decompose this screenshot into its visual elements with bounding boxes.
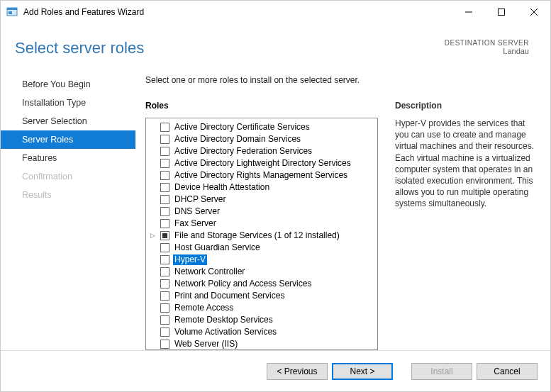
role-checkbox[interactable] <box>160 195 169 204</box>
svg-rect-2 <box>9 11 12 14</box>
wizard-body: Before You BeginInstallation TypeServer … <box>1 65 550 350</box>
role-checkbox[interactable] <box>160 279 169 289</box>
role-label: Device Health Attestation <box>173 182 271 193</box>
maximize-button[interactable] <box>485 1 518 23</box>
role-checkbox[interactable] <box>160 183 169 192</box>
role-checkbox[interactable] <box>160 315 169 325</box>
role-item[interactable]: Web Server (IIS) <box>148 338 376 349</box>
role-item[interactable]: Active Directory Federation Services <box>148 145 376 157</box>
titlebar: Add Roles and Features Wizard <box>1 1 550 23</box>
role-label: Volume Activation Services <box>173 327 278 337</box>
role-item[interactable]: ▷File and Storage Services (1 of 12 inst… <box>148 230 376 242</box>
role-label: Hyper-V <box>173 254 207 265</box>
role-item[interactable]: Remote Desktop Services <box>148 314 376 326</box>
role-item[interactable]: Active Directory Certificate Services <box>148 121 376 133</box>
role-item[interactable]: Hyper-V <box>148 254 376 266</box>
nav-item[interactable]: Installation Type <box>1 94 135 112</box>
role-checkbox[interactable] <box>160 159 169 168</box>
nav-item[interactable]: Features <box>1 149 135 167</box>
roles-column: Roles Active Directory Certificate Servi… <box>145 101 378 350</box>
cancel-button[interactable]: Cancel <box>477 363 538 380</box>
close-button[interactable] <box>518 1 550 23</box>
role-item[interactable]: Network Policy and Access Services <box>148 278 376 290</box>
roles-list[interactable]: Active Directory Certificate ServicesAct… <box>146 118 377 349</box>
role-item[interactable]: Fax Server <box>148 218 376 230</box>
nav-item[interactable]: Server Selection <box>1 112 135 130</box>
role-checkbox[interactable] <box>160 243 169 252</box>
role-checkbox[interactable] <box>160 303 169 313</box>
destination-info: DESTINATION SERVER Landau <box>445 39 529 55</box>
role-label: Print and Document Services <box>173 291 286 301</box>
role-label: Network Policy and Access Services <box>173 279 313 289</box>
role-item[interactable]: Print and Document Services <box>148 290 376 302</box>
role-item[interactable]: Active Directory Lightweight Directory S… <box>148 157 376 169</box>
main-content: Select one or more roles to install on t… <box>135 75 550 350</box>
wizard-footer: < Previous Next > Install Cancel <box>1 350 550 391</box>
role-label: Fax Server <box>173 218 218 229</box>
role-label: Remote Desktop Services <box>173 315 274 325</box>
role-label: Active Directory Lightweight Directory S… <box>173 158 352 169</box>
role-label: Active Directory Domain Services <box>173 134 302 145</box>
role-item[interactable]: DHCP Server <box>148 194 376 206</box>
description-text: Hyper-V provides the services that you c… <box>395 118 538 210</box>
nav-item: Confirmation <box>1 167 135 186</box>
content-columns: Roles Active Directory Certificate Servi… <box>145 101 538 350</box>
role-checkbox[interactable] <box>160 291 169 301</box>
role-checkbox[interactable] <box>160 123 169 132</box>
description-column: Description Hyper-V provides the service… <box>395 101 538 350</box>
role-item[interactable]: Remote Access <box>148 302 376 314</box>
role-label: File and Storage Services (1 of 12 insta… <box>173 230 341 241</box>
role-item[interactable]: Volume Activation Services <box>148 326 376 338</box>
role-item[interactable]: Host Guardian Service <box>148 242 376 254</box>
next-button[interactable]: Next > <box>332 363 393 380</box>
role-checkbox[interactable] <box>160 147 169 156</box>
role-label: DHCP Server <box>173 194 227 205</box>
role-checkbox[interactable] <box>160 171 169 180</box>
role-label: Active Directory Federation Services <box>173 146 313 157</box>
roles-listbox: Active Directory Certificate ServicesAct… <box>145 118 378 350</box>
destination-name: Landau <box>445 47 529 55</box>
role-label: Active Directory Certificate Services <box>173 122 311 133</box>
nav-item[interactable]: Before You Begin <box>1 75 135 94</box>
nav-item: Results <box>1 186 135 204</box>
page-header: Select server roles DESTINATION SERVER L… <box>1 23 550 65</box>
description-heading: Description <box>395 101 538 111</box>
role-checkbox[interactable] <box>160 267 169 276</box>
role-item[interactable]: Network Controller <box>148 266 376 278</box>
role-checkbox[interactable] <box>160 135 169 144</box>
svg-rect-4 <box>499 9 505 16</box>
role-item[interactable]: Device Health Attestation <box>148 181 376 194</box>
destination-label: DESTINATION SERVER <box>445 39 529 47</box>
role-label: Network Controller <box>173 267 246 277</box>
nav-sidebar: Before You BeginInstallation TypeServer … <box>1 75 135 350</box>
role-checkbox[interactable] <box>160 207 169 216</box>
role-checkbox[interactable] <box>160 231 169 240</box>
install-button[interactable]: Install <box>411 363 472 380</box>
window-title: Add Roles and Features Wizard <box>23 7 452 17</box>
role-label: Remote Access <box>173 303 235 313</box>
role-checkbox[interactable] <box>160 340 169 349</box>
roles-heading: Roles <box>145 101 378 111</box>
role-item[interactable]: Active Directory Domain Services <box>148 133 376 145</box>
role-label: Active Directory Rights Management Servi… <box>173 170 349 181</box>
previous-button[interactable]: < Previous <box>267 363 328 380</box>
role-label: Host Guardian Service <box>173 242 262 253</box>
role-checkbox[interactable] <box>160 219 169 228</box>
instruction-text: Select one or more roles to install on t… <box>145 75 538 85</box>
nav-item[interactable]: Server Roles <box>1 130 135 149</box>
minimize-button[interactable] <box>452 1 485 23</box>
app-icon <box>6 6 18 18</box>
role-label: DNS Server <box>173 206 221 217</box>
role-checkbox[interactable] <box>160 255 169 264</box>
svg-rect-1 <box>7 8 17 10</box>
role-label: Web Server (IIS) <box>173 339 239 349</box>
role-item[interactable]: Active Directory Rights Management Servi… <box>148 169 376 181</box>
expand-icon[interactable]: ▷ <box>150 230 157 241</box>
role-checkbox[interactable] <box>160 327 169 337</box>
page-title: Select server roles <box>15 39 144 57</box>
role-item[interactable]: DNS Server <box>148 206 376 218</box>
